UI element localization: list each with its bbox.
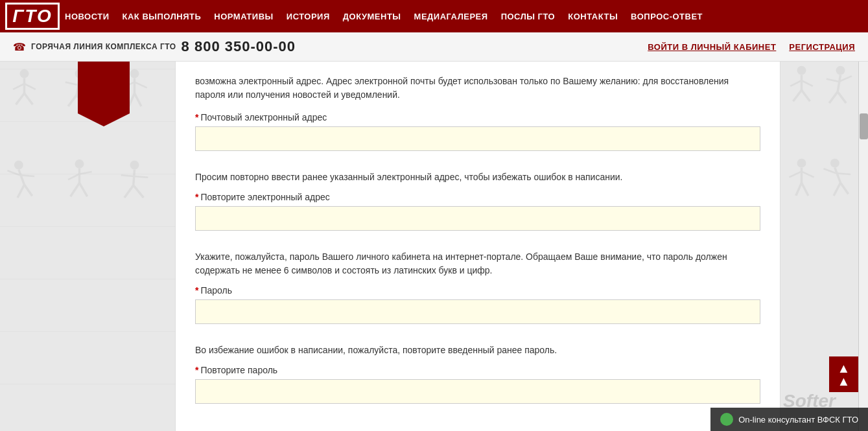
athlete-icon-1 bbox=[6, 68, 42, 110]
svg-point-18 bbox=[14, 160, 23, 169]
right-athlete-icon-2 bbox=[823, 65, 858, 107]
nav-link-news[interactable]: НОВОСТИ bbox=[65, 12, 110, 21]
svg-line-20 bbox=[8, 170, 20, 175]
password-repeat-desc: Во избежание ошибок в написании, пожалуй… bbox=[195, 344, 760, 357]
athlete-icon-4 bbox=[6, 159, 42, 202]
svg-line-57 bbox=[836, 174, 851, 175]
svg-line-23 bbox=[25, 185, 32, 196]
svg-line-4 bbox=[16, 93, 25, 104]
online-consultant[interactable]: On-line консультант ВФСК ГТО bbox=[710, 408, 868, 431]
nav-link-faq[interactable]: ВОПРОС-ОТВЕТ bbox=[631, 12, 703, 21]
hotline-left: ☎ ГОРЯЧАЯ ЛИНИЯ КОМПЛЕКСА ГТО 8 800 350-… bbox=[13, 38, 635, 55]
register-link[interactable]: РЕГИСТРАЦИЯ bbox=[789, 42, 855, 52]
svg-line-31 bbox=[134, 169, 135, 185]
svg-point-48 bbox=[797, 159, 806, 168]
svg-line-46 bbox=[829, 92, 838, 103]
nav-links: НОВОСТИКАК ВЫПОЛНЯТЬНОРМАТИВЫИСТОРИЯДОКУ… bbox=[65, 12, 862, 21]
right-athlete-icon-4 bbox=[823, 157, 858, 200]
svg-line-22 bbox=[18, 185, 24, 198]
nav-link-documents[interactable]: ДОКУМЕНТЫ bbox=[343, 12, 401, 21]
svg-line-29 bbox=[80, 183, 88, 196]
email-repeat-required-star: * bbox=[195, 192, 198, 202]
svg-line-41 bbox=[802, 90, 810, 101]
password-repeat-input[interactable] bbox=[195, 379, 760, 404]
svg-line-52 bbox=[796, 183, 802, 196]
svg-line-59 bbox=[841, 183, 849, 194]
svg-point-30 bbox=[130, 160, 139, 169]
email-repeat-input[interactable] bbox=[195, 206, 760, 231]
hotline-number: 8 800 350-00-00 bbox=[182, 38, 296, 55]
phone-icon: ☎ bbox=[13, 41, 26, 53]
svg-line-8 bbox=[65, 82, 78, 85]
email-repeat-label: * Повторите электронный адрес bbox=[195, 192, 760, 202]
scroll-arrows: ▲▲ bbox=[838, 362, 850, 388]
svg-line-56 bbox=[824, 169, 836, 174]
svg-point-36 bbox=[797, 66, 806, 75]
athlete-icon-6 bbox=[117, 159, 152, 202]
svg-point-54 bbox=[830, 159, 839, 168]
svg-line-40 bbox=[793, 90, 802, 101]
svg-line-43 bbox=[838, 75, 840, 92]
nav-link-media[interactable]: МЕДИАГАЛЕРЕЯ bbox=[414, 12, 488, 21]
svg-line-47 bbox=[838, 92, 846, 103]
scroll-to-top-button[interactable]: ▲▲ bbox=[829, 356, 858, 392]
email-label: * Почтовый электронный адрес bbox=[195, 112, 760, 122]
email-label-text: Почтовый электронный адрес bbox=[200, 112, 327, 122]
svg-line-15 bbox=[135, 82, 147, 88]
consultant-status-dot bbox=[720, 413, 733, 426]
svg-line-19 bbox=[19, 169, 25, 184]
svg-point-0 bbox=[20, 69, 29, 78]
svg-line-21 bbox=[20, 175, 35, 176]
svg-line-39 bbox=[802, 80, 813, 86]
email-repeat-group: * Повторите электронный адрес bbox=[195, 192, 760, 244]
red-banner bbox=[78, 62, 130, 126]
svg-line-35 bbox=[134, 185, 144, 198]
hotline-bar: ☎ ГОРЯЧАЯ ЛИНИЯ КОМПЛЕКСА ГТО 8 800 350-… bbox=[0, 32, 868, 62]
email-input[interactable] bbox=[195, 126, 760, 151]
intro-text: возможна электронный адрес. Адрес электр… bbox=[195, 75, 760, 102]
athlete-icon-5 bbox=[62, 159, 97, 202]
consultant-label: On-line консультант ВФСК ГТО bbox=[738, 415, 858, 425]
svg-line-51 bbox=[802, 172, 814, 178]
nav-link-contacts[interactable]: КОНТАКТЫ bbox=[568, 12, 618, 21]
svg-point-42 bbox=[836, 66, 845, 75]
hotline-right: ВОЙТИ В ЛИЧНЫЙ КАБИНЕТ РЕГИСТРАЦИЯ bbox=[648, 42, 855, 52]
svg-line-17 bbox=[135, 93, 141, 106]
logo[interactable]: ГТО bbox=[6, 0, 58, 32]
nav-link-ambassadors[interactable]: ПОСЛЫ ГТО bbox=[501, 12, 556, 21]
svg-line-27 bbox=[80, 172, 92, 174]
email-repeat-label-text: Повторите электронный адрес bbox=[200, 192, 329, 202]
email-group: * Почтовый электронный адрес bbox=[195, 112, 760, 164]
hotline-label: ГОРЯЧАЯ ЛИНИЯ КОМПЛЕКСА ГТО bbox=[31, 42, 176, 51]
svg-line-10 bbox=[68, 95, 76, 106]
svg-point-12 bbox=[130, 69, 139, 78]
svg-line-38 bbox=[790, 80, 801, 86]
svg-line-53 bbox=[802, 183, 808, 196]
svg-line-26 bbox=[68, 174, 79, 180]
scrollbar[interactable] bbox=[858, 62, 868, 431]
svg-line-32 bbox=[121, 175, 134, 176]
scroll-thumb[interactable] bbox=[860, 113, 868, 139]
page-layout: возможна электронный адрес. Адрес электр… bbox=[0, 62, 868, 431]
password-input[interactable] bbox=[195, 299, 760, 324]
password-label-text: Пароль bbox=[200, 285, 232, 296]
email-repeat-desc: Просим повторно ввести ранее указанный э… bbox=[195, 170, 760, 184]
navigation-bar: ГТО НОВОСТИКАК ВЫПОЛНЯТЬНОРМАТИВЫИСТОРИЯ… bbox=[0, 0, 868, 32]
svg-line-28 bbox=[71, 183, 80, 196]
email-required-star: * bbox=[195, 112, 198, 122]
svg-line-5 bbox=[25, 93, 33, 104]
nav-link-standards[interactable]: НОРМАТИВЫ bbox=[214, 12, 273, 21]
svg-line-3 bbox=[25, 84, 36, 89]
password-group: * Пароль bbox=[195, 285, 760, 337]
password-desc: Укажите, пожалуйста, пароль Вашего лично… bbox=[195, 250, 760, 277]
password-label: * Пароль bbox=[195, 285, 760, 296]
svg-line-55 bbox=[835, 168, 841, 183]
nav-link-how-to[interactable]: КАК ВЫПОЛНЯТЬ bbox=[123, 12, 202, 21]
login-link[interactable]: ВОЙТИ В ЛИЧНЫЙ КАБИНЕТ bbox=[648, 42, 776, 52]
svg-line-16 bbox=[129, 93, 135, 106]
right-athlete-icon-1 bbox=[784, 65, 819, 107]
svg-line-44 bbox=[827, 79, 839, 82]
right-athlete-icon-3 bbox=[784, 157, 819, 200]
nav-link-history[interactable]: ИСТОРИЯ bbox=[287, 12, 330, 21]
password-required-star: * bbox=[195, 285, 198, 296]
